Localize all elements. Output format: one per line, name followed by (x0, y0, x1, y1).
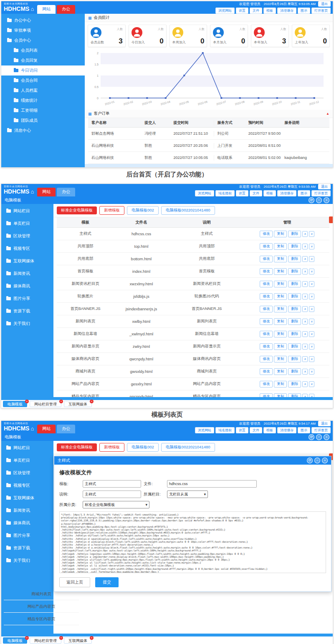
sidebar-item[interactable]: 互联网媒体 (1, 492, 53, 504)
sidebar-item[interactable]: 会员中心 (1, 35, 85, 45)
toolbar-button[interactable]: 图示 (298, 8, 310, 14)
close-badge-icon[interactable]: × (90, 636, 94, 640)
tab-website[interactable]: 网站 (37, 188, 56, 196)
delete-button[interactable]: 删除 (288, 256, 301, 262)
delete-button[interactable]: 删除 (288, 356, 301, 362)
taskbar-tab[interactable]: 网站栏目管理× (30, 637, 61, 644)
move-down-button[interactable]: ∨ (309, 344, 314, 350)
sidebar-item[interactable]: 会员合同 (1, 75, 85, 86)
sidebar-item[interactable]: 团队成员 (1, 116, 85, 126)
delete-button[interactable]: 删除 (288, 306, 301, 312)
minimize-icon[interactable]: − (316, 197, 322, 203)
column-select[interactable]: 无栏目从属▾ (167, 491, 208, 498)
tab-template-0022021041480[interactable]: 电脑模板0022021041480 (161, 206, 215, 215)
sidebar-item[interactable]: 媒体商讯 (1, 517, 53, 529)
toolbar-button[interactable]: 设置 (236, 8, 248, 14)
toolbar-button[interactable]: 清理缓存 (277, 190, 296, 196)
edit-button[interactable]: 修改 (260, 356, 273, 362)
sidebar-item[interactable]: 关于我们 (1, 554, 53, 567)
copy-button[interactable]: 复制 (274, 331, 287, 337)
copy-button[interactable]: 复制 (274, 368, 287, 375)
copy-button[interactable]: 复制 (274, 356, 287, 362)
toolbar-button[interactable]: 设置 (236, 427, 248, 433)
sidebar-item[interactable]: 资源下载 (1, 542, 53, 554)
move-up-button[interactable]: ∧ (302, 294, 308, 299)
sidebar-item[interactable]: 会员回复 (1, 55, 85, 65)
toolbar-button[interactable]: 浏览网站 (215, 8, 235, 14)
edit-button[interactable]: 修改 (260, 306, 273, 312)
sidebar-item[interactable]: 新闻资讯 (1, 504, 53, 517)
table-row[interactable]: 邯郸点击网络 冯经理 2022/07/27 21:51:10 到公司 2022/… (88, 128, 329, 140)
sidebar-item[interactable]: 图片分享 (1, 529, 53, 542)
copy-button[interactable]: 复制 (274, 343, 287, 350)
file-name-input[interactable] (167, 480, 257, 488)
copy-button[interactable]: 复制 (274, 381, 287, 387)
move-down-button[interactable]: ∨ (309, 281, 314, 287)
toolbar-button[interactable]: 清理缓存 (277, 8, 296, 14)
toolbar-button[interactable]: 域名授权 (215, 427, 235, 433)
taskbar-tab[interactable]: 互联网媒体× (64, 401, 92, 407)
tab-website[interactable]: 网站 (37, 425, 56, 433)
tab-office[interactable]: 办公 (57, 425, 75, 433)
toolbar-button[interactable]: 浏览网站 (195, 190, 214, 196)
copy-button[interactable]: 复制 (274, 293, 287, 300)
edit-button[interactable]: 修改 (260, 268, 273, 275)
sidebar-item[interactable]: 人员档案 (1, 86, 85, 96)
refresh-icon[interactable]: ⟳ (309, 434, 314, 440)
minimize-icon[interactable]: − (316, 434, 322, 440)
toolbar-button[interactable]: 模板 (263, 427, 276, 433)
close-icon[interactable]: × (324, 197, 329, 203)
delete-button[interactable]: 删除 (288, 243, 301, 250)
tab-office[interactable]: 办公 (57, 188, 75, 196)
sidebar-item[interactable]: 区块管理 (1, 467, 53, 479)
tab-new-template[interactable]: 新增模板 (99, 206, 124, 215)
table-row[interactable]: 石山网络科技 郭胜 2022/07/27 20:25:06 上门开发 2022/… (88, 140, 329, 152)
move-down-button[interactable]: ∨ (309, 381, 314, 387)
tab-template-002[interactable]: 电脑模板002 (127, 443, 159, 452)
move-up-button[interactable]: ∧ (302, 356, 308, 362)
logout-button[interactable]: 退出 (318, 184, 331, 189)
edit-button[interactable]: 修改 (260, 368, 273, 375)
sidebar-item[interactable]: 区块管理 (1, 230, 53, 242)
toolbar-button[interactable]: 清理缓存 (277, 427, 296, 433)
move-down-button[interactable]: ∨ (309, 256, 314, 262)
toolbar-button[interactable]: 打开首页 (311, 190, 331, 196)
sidebar-item[interactable]: 关于我们 (1, 317, 53, 330)
toolbar-button[interactable]: 浏览网站 (195, 427, 214, 433)
move-down-button[interactable]: ∨ (309, 294, 314, 299)
tab-template-002[interactable]: 电脑模板002 (127, 206, 159, 215)
edit-button[interactable]: 修改 (260, 231, 273, 237)
sidebar-item[interactable]: 图片分享 (1, 292, 53, 305)
description-input[interactable] (83, 491, 141, 498)
copy-button[interactable]: 复制 (274, 256, 287, 262)
close-badge-icon[interactable]: × (25, 636, 29, 640)
delete-button[interactable]: 删除 (288, 381, 301, 387)
edit-button[interactable]: 修改 (260, 331, 273, 337)
sidebar-item[interactable]: 办公中心 (1, 15, 85, 25)
taskbar-tab[interactable]: 互联网媒体× (64, 637, 92, 644)
collapse-icon[interactable]: ▲ (326, 112, 329, 116)
move-up-button[interactable]: ∧ (302, 244, 308, 249)
move-down-button[interactable]: ∨ (309, 244, 314, 249)
move-down-button[interactable]: ∨ (309, 369, 314, 375)
tab-template-0022021041480[interactable]: 电脑模板0022021041480 (161, 443, 215, 452)
taskbar-tab[interactable]: 网站栏目管理× (30, 401, 61, 407)
refresh-icon[interactable]: ⟳ (309, 197, 314, 203)
delete-button[interactable]: 删除 (288, 231, 301, 237)
toolbar-button[interactable]: 域名授权 (215, 190, 235, 196)
move-up-button[interactable]: ∧ (302, 256, 308, 262)
move-down-button[interactable]: ∨ (309, 356, 314, 362)
copy-button[interactable]: 复制 (274, 281, 287, 287)
move-up-button[interactable]: ∧ (302, 331, 308, 337)
sidebar-item[interactable]: 审批事项 (1, 25, 85, 35)
move-up-button[interactable]: ∧ (302, 281, 308, 287)
sidebar-item[interactable]: 视频专区 (1, 479, 53, 492)
edit-button[interactable]: 修改 (260, 281, 273, 287)
move-up-button[interactable]: ∧ (302, 319, 308, 325)
sidebar-item[interactable]: 视频专区 (1, 242, 53, 255)
move-up-button[interactable]: ∧ (302, 381, 308, 387)
close-badge-icon[interactable]: × (90, 400, 94, 403)
back-button[interactable]: 返回上页 (59, 577, 90, 587)
tab-new-template[interactable]: 新增模板 (99, 443, 124, 452)
delete-button[interactable]: 删除 (288, 368, 301, 375)
